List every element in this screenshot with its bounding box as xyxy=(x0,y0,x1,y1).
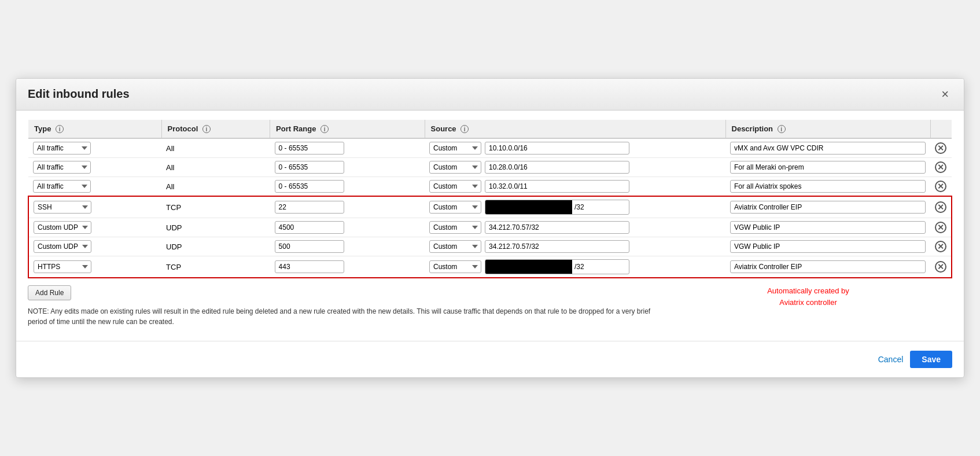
description-input[interactable] xyxy=(730,161,926,174)
cell-description[interactable] xyxy=(725,218,930,237)
source-cidr-input[interactable] xyxy=(485,221,629,234)
protocol-info-icon[interactable]: i xyxy=(202,125,211,133)
cell-remove[interactable]: ✕ xyxy=(930,218,952,237)
rules-table: Type i Protocol i Port Range i Source xyxy=(28,120,952,279)
description-input[interactable] xyxy=(730,240,926,253)
port-range-info-icon[interactable]: i xyxy=(320,125,329,133)
cell-remove[interactable]: ✕ xyxy=(930,196,952,218)
source-cidr-input[interactable] xyxy=(485,180,629,193)
col-port-range: Port Range i xyxy=(270,120,425,139)
save-button[interactable]: Save xyxy=(910,351,952,368)
col-description-label: Description xyxy=(732,124,773,133)
table-row: HTTPSTCPCustom/32✕ xyxy=(28,256,952,278)
port-range-input[interactable] xyxy=(275,221,344,234)
port-range-input[interactable] xyxy=(275,180,344,193)
remove-icon: ✕ xyxy=(935,241,946,252)
cell-remove[interactable]: ✕ xyxy=(930,237,952,256)
cell-port-range[interactable] xyxy=(270,177,425,197)
remove-icon: ✕ xyxy=(935,261,946,273)
type-select[interactable]: Custom UDP xyxy=(34,221,91,234)
cell-type[interactable]: SSH xyxy=(28,196,161,218)
col-protocol-label: Protocol xyxy=(168,124,198,133)
type-select[interactable]: Custom UDP xyxy=(34,240,91,253)
description-input[interactable] xyxy=(730,260,926,273)
type-select[interactable]: All traffic xyxy=(33,161,91,174)
cell-source[interactable]: Custom xyxy=(425,138,725,158)
port-range-input[interactable] xyxy=(275,142,344,155)
remove-rule-button[interactable]: ✕ xyxy=(935,222,946,233)
source-type-select[interactable]: Custom xyxy=(429,240,481,253)
cell-description[interactable] xyxy=(725,158,930,177)
cell-source[interactable]: Custom/32 xyxy=(425,256,725,278)
cell-remove[interactable]: ✕ xyxy=(930,177,952,197)
cell-source[interactable]: Custom/32 xyxy=(425,196,725,218)
type-select[interactable]: All traffic xyxy=(33,142,91,155)
col-type: Type i xyxy=(28,120,161,139)
source-cidr-input[interactable] xyxy=(485,240,629,253)
cell-protocol: TCP xyxy=(161,256,270,278)
remove-rule-button[interactable]: ✕ xyxy=(935,201,946,213)
cell-source[interactable]: Custom xyxy=(425,237,725,256)
cell-port-range[interactable] xyxy=(270,218,425,237)
cell-protocol: All xyxy=(161,177,270,197)
description-input[interactable] xyxy=(730,201,926,214)
description-info-icon[interactable]: i xyxy=(778,125,786,133)
cell-description[interactable] xyxy=(725,196,930,218)
source-cidr-input[interactable] xyxy=(485,142,629,155)
type-select[interactable]: HTTPS xyxy=(34,260,91,273)
dialog-title: Edit inbound rules xyxy=(28,87,130,101)
cell-type[interactable]: All traffic xyxy=(28,138,161,158)
cell-port-range[interactable] xyxy=(270,237,425,256)
port-range-input[interactable] xyxy=(275,260,344,273)
cell-type[interactable]: HTTPS xyxy=(28,256,161,278)
cell-remove[interactable]: ✕ xyxy=(930,138,952,158)
remove-rule-button[interactable]: ✕ xyxy=(935,142,946,154)
port-range-input[interactable] xyxy=(275,201,344,214)
bottom-area: Add Rule NOTE: Any edits made on existin… xyxy=(28,285,952,327)
cell-protocol: UDP xyxy=(161,237,270,256)
cell-source[interactable]: Custom xyxy=(425,158,725,177)
cell-type[interactable]: Custom UDP xyxy=(28,218,161,237)
source-cidr-input[interactable] xyxy=(485,161,629,174)
cell-port-range[interactable] xyxy=(270,158,425,177)
cancel-button[interactable]: Cancel xyxy=(878,355,904,364)
port-range-input[interactable] xyxy=(275,161,344,174)
cell-description[interactable] xyxy=(725,256,930,278)
type-select[interactable]: All traffic xyxy=(33,180,91,193)
description-input[interactable] xyxy=(730,142,926,155)
cell-source[interactable]: Custom xyxy=(425,177,725,197)
source-type-select[interactable]: Custom xyxy=(429,180,481,193)
cell-port-range[interactable] xyxy=(270,138,425,158)
source-info-icon[interactable]: i xyxy=(460,125,469,133)
remove-rule-button[interactable]: ✕ xyxy=(935,161,946,173)
cell-remove[interactable]: ✕ xyxy=(930,256,952,278)
source-type-select[interactable]: Custom xyxy=(429,260,481,273)
remove-icon: ✕ xyxy=(935,181,946,192)
cell-type[interactable]: All traffic xyxy=(28,177,161,197)
description-input[interactable] xyxy=(730,180,926,193)
add-rule-button[interactable]: Add Rule xyxy=(28,285,71,300)
cell-description[interactable] xyxy=(725,177,930,197)
port-range-input[interactable] xyxy=(275,240,344,253)
source-type-select[interactable]: Custom xyxy=(429,201,481,214)
close-button[interactable]: × xyxy=(938,87,952,102)
cell-type[interactable]: All traffic xyxy=(28,158,161,177)
cell-description[interactable] xyxy=(725,138,930,158)
cell-source[interactable]: Custom xyxy=(425,218,725,237)
cell-description[interactable] xyxy=(725,237,930,256)
type-info-icon[interactable]: i xyxy=(56,125,64,133)
source-type-select[interactable]: Custom xyxy=(429,161,481,174)
source-type-select[interactable]: Custom xyxy=(429,142,481,155)
cell-remove[interactable]: ✕ xyxy=(930,158,952,177)
source-type-select[interactable]: Custom xyxy=(429,221,481,234)
description-input[interactable] xyxy=(730,221,926,234)
remove-rule-button[interactable]: ✕ xyxy=(935,241,946,252)
type-select[interactable]: SSH xyxy=(34,201,91,214)
remove-rule-button[interactable]: ✕ xyxy=(935,261,946,273)
cell-port-range[interactable] xyxy=(270,196,425,218)
remove-rule-button[interactable]: ✕ xyxy=(935,181,946,192)
cell-port-range[interactable] xyxy=(270,256,425,278)
table-row: SSHTCPCustom/32✕ xyxy=(28,196,952,218)
cell-type[interactable]: Custom UDP xyxy=(28,237,161,256)
cell-protocol: UDP xyxy=(161,218,270,237)
